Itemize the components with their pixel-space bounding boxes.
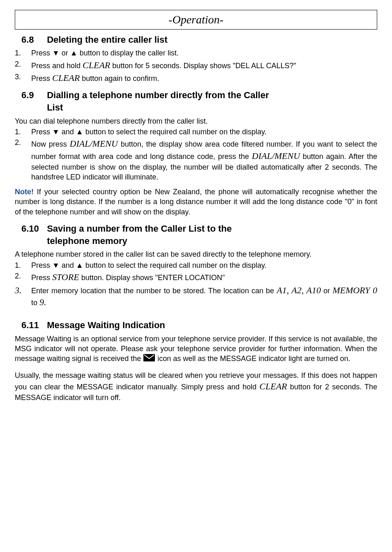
heading-title: Message Waiting Indication <box>47 320 165 330</box>
list-num: 2. <box>15 271 31 283</box>
list-body: Press STORE button. Display shows "ENTER… <box>31 271 377 283</box>
list-num: 1. <box>15 48 31 58</box>
list-num: 3. <box>15 284 31 308</box>
list-body: Press ▼ and ▲ button to select the requi… <box>31 127 377 137</box>
list-num: 1. <box>15 127 31 137</box>
list-item: 2. Press and hold CLEAR button for 5 sec… <box>15 59 377 71</box>
heading-num: 6.8 <box>21 34 44 46</box>
heading-num: 6.11 <box>21 319 44 331</box>
list-body: Press and hold CLEAR button for 5 second… <box>31 59 377 71</box>
heading-6-8: 6.8 Deleting the entire caller list <box>21 34 377 46</box>
para-6-11-2: Usually, the message waiting status will… <box>15 370 377 402</box>
list-num: 2. <box>15 138 31 182</box>
heading-title: Saving a number from the Caller List to … <box>47 223 232 247</box>
list-item: 3. Enter memory location that the number… <box>15 284 377 308</box>
list-item: 1. Press ▼ and ▲ button to select the re… <box>15 260 377 270</box>
memory-location: 9. <box>39 297 46 307</box>
list-6-9: 1. Press ▼ and ▲ button to select the re… <box>15 127 377 182</box>
list-item: 2. Now press DIAL/MENU button, the displ… <box>15 138 377 182</box>
message-icon <box>143 354 155 364</box>
heading-num: 6.9 <box>21 89 44 101</box>
list-num: 3. <box>15 72 31 84</box>
heading-6-9: 6.9 Dialling a telephone number directly… <box>21 89 377 113</box>
heading-title: Deleting the entire caller list <box>47 34 167 45</box>
list-body: Press ▼ and ▲ button to select the requi… <box>31 260 377 270</box>
page-header-box: -Operation- <box>15 10 377 30</box>
intro-6-10: A telephone number stored in the caller … <box>15 249 377 259</box>
clear-button-label: CLEAR <box>83 60 110 70</box>
memory-location: A1, A2, A10 <box>277 285 321 295</box>
list-item: 1. Press ▼ and ▲ button to select the re… <box>15 127 377 137</box>
para-6-11-1: Message Waiting is an optional service f… <box>15 334 377 365</box>
note-body: If your selected country option be New Z… <box>15 188 377 216</box>
dial-menu-button-label: DIAL/MENU <box>70 138 118 149</box>
clear-button-label: CLEAR <box>259 381 287 391</box>
memory-location: MEMORY 0 <box>332 285 377 295</box>
list-item: 2. Press STORE button. Display shows "EN… <box>15 271 377 283</box>
clear-button-label: CLEAR <box>52 73 80 83</box>
list-body: Press CLEAR button again to confirm. <box>31 72 377 84</box>
dial-menu-button-label: DIAL/MENU <box>252 151 300 161</box>
note-6-9: Note! If your selected country option be… <box>15 187 377 217</box>
list-body: Press ▼ or ▲ button to display the calle… <box>31 48 377 58</box>
list-item: 1. Press ▼ or ▲ button to display the ca… <box>15 48 377 58</box>
heading-6-11: 6.11 Message Waiting Indication <box>21 319 377 331</box>
heading-num: 6.10 <box>21 223 44 235</box>
list-6-8: 1. Press ▼ or ▲ button to display the ca… <box>15 48 377 84</box>
list-num: 1. <box>15 260 31 270</box>
list-body: Enter memory location that the number to… <box>31 284 377 308</box>
page-header: -Operation- <box>168 13 224 26</box>
list-6-10: 1. Press ▼ and ▲ button to select the re… <box>15 260 377 308</box>
note-label: Note! <box>15 188 34 196</box>
heading-title: Dialling a telephone number directly fro… <box>47 89 269 113</box>
intro-6-9: You can dial telephone numbers directly … <box>15 116 377 126</box>
list-body: Now press DIAL/MENU button, the display … <box>31 138 377 182</box>
heading-6-10: 6.10 Saving a number from the Caller Lis… <box>21 223 377 247</box>
list-item: 3. Press CLEAR button again to confirm. <box>15 72 377 84</box>
list-num: 2. <box>15 59 31 71</box>
store-button-label: STORE <box>52 272 79 282</box>
